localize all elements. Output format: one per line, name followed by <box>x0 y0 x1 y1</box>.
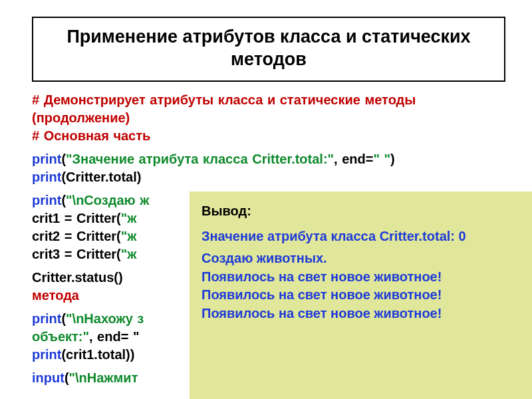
code-text: Critter.status() <box>32 270 123 285</box>
code-text: , end= <box>334 152 373 166</box>
string-literal: объект:" <box>32 329 89 344</box>
output-panel: Вывод: Значение атрибута класса Critter.… <box>190 192 532 399</box>
kw-input: input <box>32 370 65 385</box>
code-text: crit2 = Critter( <box>32 229 121 243</box>
code-text: (crit1.total)) <box>61 347 134 362</box>
output-line: Появилось на свет новое животное! <box>201 268 520 287</box>
string-literal: "\nСоздаю ж <box>66 193 149 207</box>
string-literal: "ж <box>121 229 137 243</box>
kw-print: print <box>32 170 61 184</box>
kw-print: print <box>32 152 61 166</box>
string-literal: "Значение атрибута класса Critter.total:… <box>66 152 334 166</box>
kw-print: print <box>32 347 61 362</box>
string-literal: "\nНажмит <box>69 370 138 385</box>
string-literal: "ж <box>121 247 137 261</box>
kw-print: print <box>32 193 61 207</box>
kw-print: print <box>32 311 61 326</box>
code-text: crit1 = Critter( <box>32 211 121 225</box>
paren: ( <box>65 370 69 385</box>
comment-line: метода <box>32 288 79 303</box>
comment-line: # Основная часть <box>32 128 150 143</box>
code-text: crit3 = Critter( <box>32 247 121 261</box>
paren: ) <box>390 152 395 166</box>
output-line: Появилось на свет новое животное! <box>201 286 520 305</box>
slide: Применение атрибутов класса и статически… <box>0 0 532 399</box>
string-literal: "ж <box>121 211 137 225</box>
output-line: Создаю животных. <box>201 249 520 268</box>
code-text: (Critter.total) <box>61 170 141 184</box>
string-literal: "\nНахожу з <box>66 311 144 326</box>
output-line: Появилось на свет новое животное! <box>201 305 520 323</box>
string-literal: " " <box>373 152 390 166</box>
comment-line: # Демонстрирует атрибуты класса и статич… <box>32 92 416 125</box>
slide-title: Применение атрибутов класса и статически… <box>53 26 484 71</box>
output-title: Вывод: <box>201 202 520 221</box>
code-text: , end= " <box>89 329 139 344</box>
title-box: Применение атрибутов класса и статически… <box>32 17 505 82</box>
output-line: Значение атрибута класса Critter.total: … <box>201 227 520 246</box>
